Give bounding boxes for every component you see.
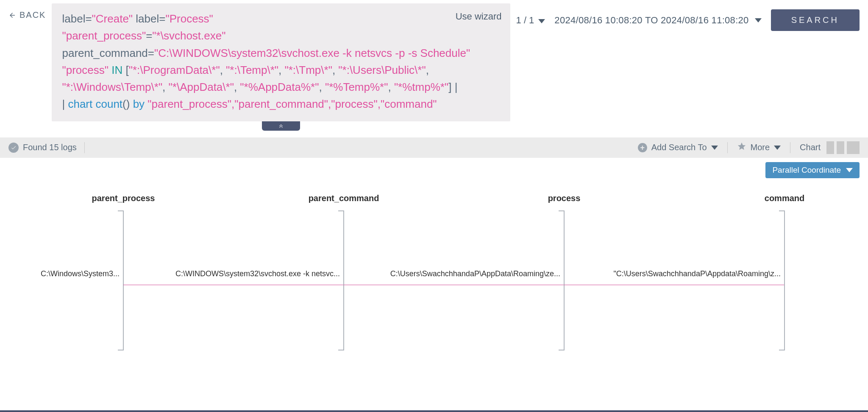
caret-down-icon (774, 146, 781, 150)
divider (727, 142, 728, 153)
check-circle-icon (8, 143, 19, 153)
found-text: Found 15 logs (23, 143, 77, 152)
axis-title: parent_command (309, 193, 379, 203)
axis-title: parent_process (92, 193, 155, 203)
viewmode-split-left[interactable] (826, 141, 834, 154)
found-count: Found 15 logs (8, 143, 77, 153)
viewmode-split-right[interactable] (837, 141, 844, 154)
footer-border (0, 410, 868, 412)
parallel-coordinate-chart[interactable]: parent_process C:\Windows\System3... par… (8, 193, 860, 363)
caret-down-icon (711, 146, 718, 150)
axis-title: process (548, 193, 581, 203)
chart-connector (344, 285, 564, 286)
pager-dropdown[interactable] (538, 15, 545, 26)
viewmode-icons (826, 141, 860, 154)
results-toolbar: Found 15 logs + Add Search To More Chart (0, 137, 868, 158)
collapse-query-tab[interactable] (262, 121, 300, 131)
viewmode-chart[interactable]: Chart (800, 143, 821, 152)
chevron-up-double-icon (277, 123, 285, 129)
axis-value: C:\Windows\System3... (41, 269, 120, 278)
divider (84, 142, 85, 153)
axis-parent-process: parent_process C:\Windows\System3... (123, 193, 124, 350)
chart-connector (123, 285, 343, 286)
caret-down-icon (755, 18, 762, 22)
plus-circle-icon: + (638, 143, 647, 152)
query-editor[interactable]: Use wizard label="Create" label="Process… (52, 3, 510, 121)
chart-connector (564, 285, 784, 286)
axis-value: C:\Users\SwachchhandaP\AppData\Roaming\z… (390, 269, 560, 278)
pager: 1 / 1 (516, 15, 545, 26)
pager-text: 1 / 1 (516, 15, 534, 26)
chart-type-dropdown[interactable]: Parallel Coordinate (765, 162, 860, 178)
axis-value: "C:\Users\SwachchhandaP\Appdata\Roaming\… (613, 269, 781, 278)
back-button[interactable]: BACK (8, 3, 46, 20)
axis-parent-command: parent_command C:\WINDOWS\system32\svcho… (343, 193, 344, 350)
chart-area: Parallel Coordinate parent_process C:\Wi… (0, 158, 868, 363)
viewmode-full[interactable] (847, 141, 860, 154)
axis-title: command (765, 193, 804, 203)
axis-command: command "C:\Users\SwachchhandaP\Appdata\… (784, 193, 785, 350)
time-range-picker[interactable]: 2024/08/16 10:08:20 TO 2024/08/16 11:08:… (554, 15, 761, 26)
back-label: BACK (19, 10, 46, 20)
chart-type-label: Parallel Coordinate (772, 165, 841, 175)
arrow-left-icon (8, 11, 16, 19)
axis-value: C:\WINDOWS\system32\svchost.exe -k netsv… (175, 269, 340, 278)
query-text: label="Create" label="Process" "parent_p… (62, 10, 500, 113)
more-label: More (751, 143, 770, 152)
time-range-text: 2024/08/16 10:08:20 TO 2024/08/16 11:08:… (554, 15, 748, 26)
axis-process: process C:\Users\SwachchhandaP\AppData\R… (564, 193, 565, 350)
caret-down-icon (846, 168, 853, 172)
caret-down-icon (538, 19, 545, 23)
add-search-label: Add Search To (651, 143, 707, 152)
search-button[interactable]: SEARCH (771, 9, 860, 31)
more-dropdown[interactable]: More (737, 142, 781, 153)
star-icon (737, 142, 746, 153)
add-search-to-dropdown[interactable]: + Add Search To (638, 143, 718, 152)
divider (790, 142, 790, 153)
use-wizard-link[interactable]: Use wizard (456, 9, 502, 24)
